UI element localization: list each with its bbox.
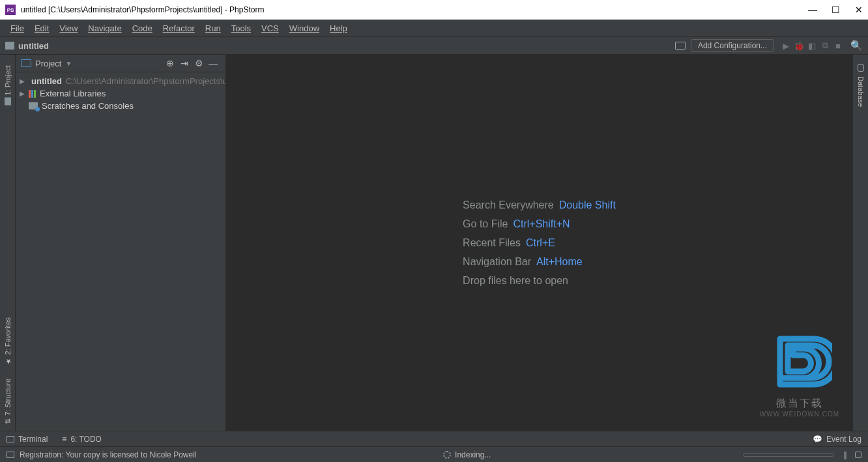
watermark-url: WWW.WEIDOWN.COM xyxy=(760,411,839,418)
project-panel-header: Project ▼ ⊕ ⇥ ⚙ — xyxy=(16,55,225,72)
chevron-right-icon[interactable]: ▶ xyxy=(20,90,26,97)
breadcrumb[interactable]: untitled xyxy=(18,41,49,51)
menu-view[interactable]: View xyxy=(54,23,83,33)
tree-node-project-root[interactable]: ▶ untitled C:\Users\Administrator\Phpsto… xyxy=(16,75,225,87)
hint-shortcut: Ctrl+E xyxy=(526,237,555,248)
hint-label: Drop files here to open xyxy=(463,275,568,286)
hint-label: Navigation Bar xyxy=(463,256,531,267)
tool-tab-label: 6: TODO xyxy=(70,435,102,444)
hint-shortcut: Ctrl+Shift+N xyxy=(513,218,570,229)
menu-file[interactable]: File xyxy=(5,23,29,33)
tree-node-path: C:\Users\Administrator\PhpstormProjects\… xyxy=(66,76,225,86)
database-icon xyxy=(858,64,864,72)
window-title: untitled [C:\Users\Administrator\Phpstor… xyxy=(21,5,808,14)
project-tree: ▶ untitled C:\Users\Administrator\Phpsto… xyxy=(16,72,225,431)
menu-window[interactable]: Window xyxy=(284,23,325,33)
hint-label: Search Everywhere xyxy=(463,199,554,210)
chevron-down-icon[interactable]: ▼ xyxy=(65,60,72,67)
scratch-icon xyxy=(29,102,38,109)
tool-tab-terminal[interactable]: Terminal xyxy=(7,435,48,444)
tool-tab-event-log[interactable]: 💬 Event Log xyxy=(813,435,861,444)
menu-help[interactable]: Help xyxy=(325,23,353,33)
empty-editor-hints: Search EverywhereDouble Shift Go to File… xyxy=(463,192,616,294)
project-panel: Project ▼ ⊕ ⇥ ⚙ — ▶ untitled C:\Users\Ad… xyxy=(16,55,226,431)
folder-icon xyxy=(5,42,14,50)
coverage-icon[interactable]: ◧ xyxy=(807,40,817,51)
spinner-icon xyxy=(443,451,451,459)
tool-tab-label: 1: Project xyxy=(4,65,12,95)
search-icon[interactable]: 🔍 xyxy=(851,40,861,51)
tool-tab-project[interactable]: 1: Project xyxy=(3,59,13,111)
tree-node-scratches[interactable]: Scratches and Consoles xyxy=(16,100,225,112)
status-message: Registration: Your copy is licensed to N… xyxy=(20,450,196,459)
left-tool-gutter: 1: Project ★ 2: Favorites ⇅ 7: Structure xyxy=(0,55,16,431)
chevron-right-icon[interactable]: ▶ xyxy=(20,78,25,85)
close-button[interactable]: ✕ xyxy=(855,5,863,15)
collapse-icon[interactable]: ⇥ xyxy=(179,57,190,69)
app-icon: PS xyxy=(5,5,16,15)
project-view-icon xyxy=(21,59,31,67)
tree-node-label: Scratches and Consoles xyxy=(42,101,134,111)
settings-icon[interactable]: ⚙ xyxy=(193,57,205,69)
menubar: File Edit View Navigate Code Refactor Ru… xyxy=(0,20,868,37)
watermark-text: 微当下载 xyxy=(776,397,823,411)
hint-label: Go to File xyxy=(463,218,508,229)
star-icon: ★ xyxy=(3,357,12,366)
menu-code[interactable]: Code xyxy=(127,23,158,33)
bottom-tool-bar: Terminal ≡ 6: TODO 💬 Event Log xyxy=(0,431,868,446)
tool-windows-icon[interactable] xyxy=(7,452,14,458)
tool-tab-label: 2: Favorites xyxy=(4,317,12,354)
tool-tab-todo[interactable]: ≡ 6: TODO xyxy=(62,435,102,444)
lock-icon[interactable] xyxy=(855,452,861,458)
menu-run[interactable]: Run xyxy=(200,23,226,33)
menu-edit[interactable]: Edit xyxy=(29,23,54,33)
editor-area[interactable]: Search EverywhereDouble Shift Go to File… xyxy=(226,55,852,431)
tool-tab-label: Terminal xyxy=(18,435,48,444)
watermark: 微当下载 WWW.WEIDOWN.COM xyxy=(760,329,839,418)
status-progress-text: Indexing... xyxy=(455,450,491,459)
target-icon[interactable]: ⊕ xyxy=(164,57,176,69)
tree-node-external-libraries[interactable]: ▶ External Libraries xyxy=(16,87,225,100)
libraries-icon xyxy=(29,90,36,98)
project-icon xyxy=(5,97,11,105)
play-icon[interactable]: ▶ xyxy=(781,40,791,51)
right-tool-gutter: Database xyxy=(852,55,868,431)
hint-shortcut: Double Shift xyxy=(559,199,616,210)
todo-icon: ≡ xyxy=(62,435,66,444)
tool-tab-label: Event Log xyxy=(826,435,861,444)
progress-bar[interactable] xyxy=(743,453,834,457)
attach-icon[interactable]: ⧉ xyxy=(820,40,830,51)
terminal-icon xyxy=(7,436,14,442)
hint-label: Recent Files xyxy=(463,237,521,248)
tool-tab-database[interactable]: Database xyxy=(856,59,866,112)
minimize-button[interactable]: — xyxy=(808,5,816,15)
hint-shortcut: Alt+Home xyxy=(536,256,583,267)
tool-tab-structure[interactable]: ⇅ 7: Structure xyxy=(2,372,13,431)
tool-tab-favorites[interactable]: ★ 2: Favorites xyxy=(2,311,13,372)
structure-icon: ⇅ xyxy=(3,418,12,424)
menu-navigate[interactable]: Navigate xyxy=(83,23,126,33)
bug-icon[interactable]: 🐞 xyxy=(794,40,804,51)
window-layout-icon[interactable] xyxy=(675,42,686,50)
event-log-icon: 💬 xyxy=(813,435,822,444)
tree-node-label: External Libraries xyxy=(40,89,106,98)
hide-icon[interactable]: — xyxy=(207,57,219,69)
add-configuration-button[interactable]: Add Configuration... xyxy=(691,39,774,52)
menu-refactor[interactable]: Refactor xyxy=(158,23,200,33)
project-panel-title[interactable]: Project xyxy=(35,59,61,68)
menu-vcs[interactable]: VCS xyxy=(256,23,284,33)
navigation-bar: untitled Add Configuration... ▶ 🐞 ◧ ⧉ ■ … xyxy=(0,37,868,55)
maximize-button[interactable]: ☐ xyxy=(832,5,839,15)
tool-tab-label: Database xyxy=(857,76,865,107)
tool-tab-label: 7: Structure xyxy=(4,379,12,416)
tree-node-label: untitled xyxy=(31,76,62,86)
titlebar: PS untitled [C:\Users\Administrator\Phps… xyxy=(0,0,868,20)
pause-button[interactable]: ‖ xyxy=(841,450,850,459)
stop-icon[interactable]: ■ xyxy=(833,40,843,51)
menu-tools[interactable]: Tools xyxy=(226,23,256,33)
statusbar: Registration: Your copy is licensed to N… xyxy=(0,446,868,462)
